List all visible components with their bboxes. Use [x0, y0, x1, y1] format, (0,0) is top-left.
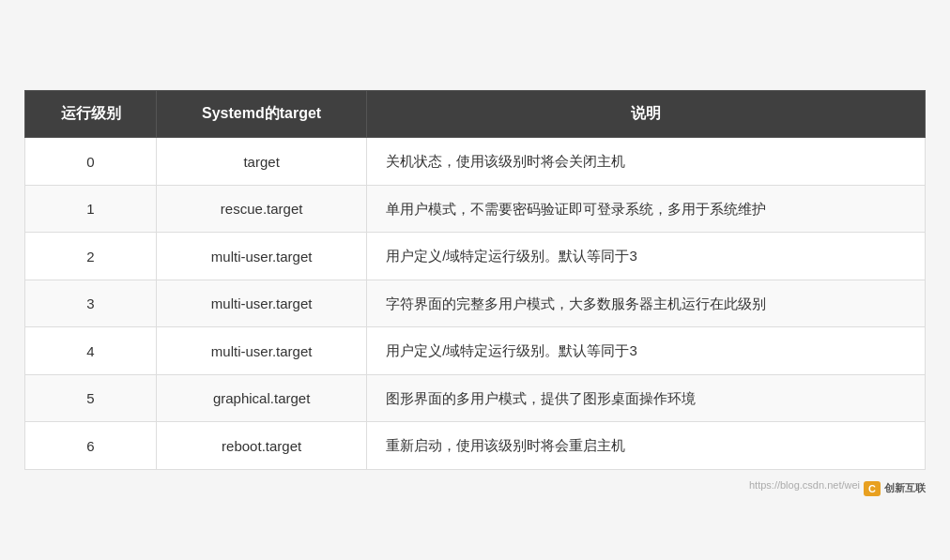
- logo-badge: C: [864, 481, 881, 496]
- cell-description: 单用户模式，不需要密码验证即可登录系统，多用于系统维护: [367, 185, 926, 233]
- cell-target: multi-user.target: [157, 233, 367, 280]
- table-row: 6reboot.target重新启动，使用该级别时将会重启主机: [25, 422, 926, 470]
- table-header-row: 运行级别 Systemd的target 说明: [25, 91, 926, 138]
- col-header-desc: 说明: [367, 91, 926, 138]
- cell-level: 5: [25, 374, 157, 422]
- cell-description: 字符界面的完整多用户模式，大多数服务器主机运行在此级别: [367, 280, 926, 327]
- cell-level: 3: [25, 280, 157, 327]
- table-row: 5graphical.target图形界面的多用户模式，提供了图形桌面操作环境: [25, 374, 926, 422]
- cell-target: graphical.target: [157, 374, 367, 422]
- logo-area: C 创新互联: [864, 481, 926, 496]
- table-row: 1rescue.target单用户模式，不需要密码验证即可登录系统，多用于系统维…: [25, 185, 926, 233]
- logo-text: 创新互联: [884, 481, 926, 495]
- col-header-target: Systemd的target: [157, 91, 367, 138]
- cell-target: target: [157, 138, 367, 186]
- table-row: 3multi-user.target字符界面的完整多用户模式，大多数服务器主机运…: [25, 280, 926, 327]
- cell-description: 图形界面的多用户模式，提供了图形桌面操作环境: [367, 374, 926, 422]
- watermark: https://blog.csdn.net/wei: [749, 476, 860, 492]
- cell-description: 关机状态，使用该级别时将会关闭主机: [367, 138, 926, 186]
- table-row: 4multi-user.target用户定义/域特定运行级别。默认等同于3: [25, 327, 926, 375]
- table-row: 2multi-user.target用户定义/域特定运行级别。默认等同于3: [25, 233, 926, 280]
- table-row: 0target关机状态，使用该级别时将会关闭主机: [25, 138, 926, 186]
- cell-level: 0: [25, 138, 157, 186]
- cell-level: 6: [25, 422, 157, 470]
- cell-target: rescue.target: [157, 185, 367, 233]
- cell-level: 2: [25, 233, 157, 280]
- page-wrapper: 运行级别 Systemd的target 说明 0target关机状态，使用该级别…: [24, 90, 926, 470]
- cell-target: multi-user.target: [157, 280, 367, 327]
- runlevel-table: 运行级别 Systemd的target 说明 0target关机状态，使用该级别…: [24, 90, 926, 470]
- cell-description: 用户定义/域特定运行级别。默认等同于3: [367, 233, 926, 280]
- cell-level: 4: [25, 327, 157, 375]
- watermark-url: https://blog.csdn.net/wei: [749, 479, 860, 491]
- col-header-level: 运行级别: [25, 91, 157, 138]
- cell-target: reboot.target: [157, 422, 367, 470]
- cell-target: multi-user.target: [157, 327, 367, 375]
- cell-level: 1: [25, 185, 157, 233]
- cell-description: 重新启动，使用该级别时将会重启主机: [367, 422, 926, 470]
- cell-description: 用户定义/域特定运行级别。默认等同于3: [367, 327, 926, 375]
